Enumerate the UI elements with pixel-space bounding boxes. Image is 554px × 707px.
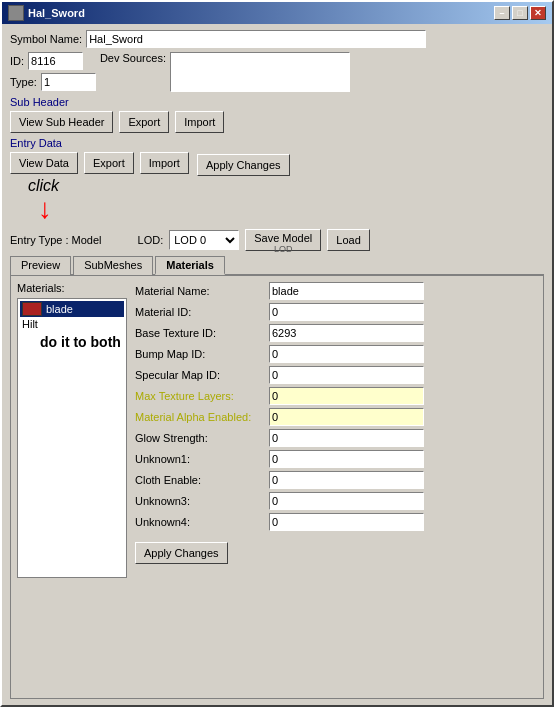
tab-materials[interactable]: Materials [155, 256, 225, 275]
tab-content-materials: Materials: blade Hilt do it to both [10, 276, 544, 699]
material-name-row: Material Name: [135, 282, 537, 300]
arrow-icon: ↓ [38, 195, 52, 223]
title-bar-left: Hal_Sword [8, 5, 85, 21]
symbol-name-row: Symbol Name: [10, 30, 544, 48]
unknown3-input[interactable] [269, 492, 424, 510]
sub-header-import-button[interactable]: Import [175, 111, 224, 133]
tab-bar: Preview SubMeshes Materials [10, 255, 544, 276]
sub-header-label: Sub Header [10, 96, 544, 108]
cloth-enable-label: Cloth Enable: [135, 474, 265, 486]
unknown3-label: Unknown3: [135, 495, 265, 507]
lod-annotation: LOD [254, 244, 312, 254]
unknown4-row: Unknown4: [135, 513, 537, 531]
entry-data-export-button[interactable]: Export [84, 152, 134, 174]
material-properties: Material Name: Material ID: Base Texture… [135, 282, 537, 692]
symbol-name-label: Symbol Name: [10, 33, 82, 45]
max-texture-layers-label: Max Texture Layers: [135, 390, 265, 402]
entry-data-section: Entry Data View Data Export Import click… [10, 137, 544, 223]
lod-label: LOD: [138, 234, 164, 246]
material-item-blade[interactable]: blade [20, 301, 124, 317]
unknown4-label: Unknown4: [135, 516, 265, 528]
window-body: Symbol Name: ID: Type: Dev Sources: [2, 24, 552, 705]
dev-sources-input[interactable] [170, 52, 350, 92]
sub-header-section: Sub Header View Sub Header Export Import [10, 96, 544, 133]
bump-map-id-label: Bump Map ID: [135, 348, 265, 360]
specular-map-id-input[interactable] [269, 366, 424, 384]
load-button[interactable]: Load [327, 229, 369, 251]
view-sub-header-button[interactable]: View Sub Header [10, 111, 113, 133]
id-row: ID: [10, 52, 96, 70]
material-id-row: Material ID: [135, 303, 537, 321]
entry-data-content: View Data Export Import click ↓ Apply Ch… [10, 152, 544, 223]
id-input[interactable] [28, 52, 83, 70]
materials-list-section: Materials: blade Hilt do it to both [17, 282, 127, 692]
max-texture-layers-input[interactable] [269, 387, 424, 405]
sub-header-buttons: View Sub Header Export Import [10, 111, 544, 133]
cloth-enable-input[interactable] [269, 471, 424, 489]
window-title: Hal_Sword [28, 7, 85, 19]
id-label: ID: [10, 55, 24, 67]
id-dev-sources-row: ID: Type: Dev Sources: [10, 52, 544, 92]
entry-type-label: Entry Type : Model [10, 234, 102, 246]
lod-select[interactable]: LOD 0 [169, 230, 239, 250]
title-bar: Hal_Sword – □ ✕ [2, 2, 552, 24]
dev-sources-label: Dev Sources: [100, 52, 166, 64]
specular-map-id-row: Specular Map ID: [135, 366, 537, 384]
materials-label: Materials: [17, 282, 127, 294]
unknown1-row: Unknown1: [135, 450, 537, 468]
material-item-hilt-label: Hilt [22, 318, 38, 330]
material-id-label: Material ID: [135, 306, 265, 318]
sword-icon [8, 5, 24, 21]
base-texture-id-row: Base Texture ID: [135, 324, 537, 342]
tab-preview[interactable]: Preview [10, 256, 71, 275]
material-item-blade-label: blade [46, 303, 73, 315]
maximize-button[interactable]: □ [512, 6, 528, 20]
specular-map-id-label: Specular Map ID: [135, 369, 265, 381]
save-model-label: Save Model [254, 232, 312, 244]
entry-data-left: View Data Export Import click ↓ [10, 152, 189, 223]
unknown1-input[interactable] [269, 450, 424, 468]
type-input[interactable] [41, 73, 96, 91]
blade-icon [22, 302, 42, 316]
material-alpha-enabled-label: Material Alpha Enabled: [135, 411, 265, 423]
cloth-enable-row: Cloth Enable: [135, 471, 537, 489]
close-button[interactable]: ✕ [530, 6, 546, 20]
glow-strength-row: Glow Strength: [135, 429, 537, 447]
base-texture-id-label: Base Texture ID: [135, 327, 265, 339]
apply-changes-button-bottom[interactable]: Apply Changes [135, 542, 228, 564]
material-id-input[interactable] [269, 303, 424, 321]
type-label: Type: [10, 76, 37, 88]
bump-map-id-input[interactable] [269, 345, 424, 363]
symbol-name-input[interactable] [86, 30, 426, 48]
main-window: Hal_Sword – □ ✕ Symbol Name: ID: Type: [0, 0, 554, 707]
entry-data-buttons: View Data Export Import [10, 152, 189, 174]
sub-header-export-button[interactable]: Export [119, 111, 169, 133]
material-name-input[interactable] [269, 282, 424, 300]
max-texture-layers-row: Max Texture Layers: [135, 387, 537, 405]
material-alpha-enabled-input[interactable] [269, 408, 424, 426]
entry-data-import-button[interactable]: Import [140, 152, 189, 174]
apply-changes-bottom: Apply Changes [135, 542, 537, 564]
title-buttons: – □ ✕ [494, 6, 546, 20]
base-texture-id-input[interactable] [269, 324, 424, 342]
click-annotation: click ↓ [18, 177, 189, 223]
glow-strength-input[interactable] [269, 429, 424, 447]
apply-changes-button-top[interactable]: Apply Changes [197, 154, 290, 176]
materials-list: blade Hilt do it to both [17, 298, 127, 578]
view-data-button[interactable]: View Data [10, 152, 78, 174]
unknown1-label: Unknown1: [135, 453, 265, 465]
unknown3-row: Unknown3: [135, 492, 537, 510]
minimize-button[interactable]: – [494, 6, 510, 20]
apply-changes-right: Apply Changes [197, 152, 290, 176]
save-model-button[interactable]: Save Model LOD [245, 229, 321, 251]
do-it-to-both-text: do it to both [40, 334, 121, 350]
material-item-hilt[interactable]: Hilt [20, 317, 124, 331]
material-alpha-enabled-row: Material Alpha Enabled: [135, 408, 537, 426]
tab-sub-meshes[interactable]: SubMeshes [73, 256, 153, 275]
unknown4-input[interactable] [269, 513, 424, 531]
type-row: Type: [10, 73, 96, 91]
dev-sources-group: Dev Sources: [100, 52, 350, 92]
tabs-container: Preview SubMeshes Materials Materials: b… [10, 255, 544, 699]
glow-strength-label: Glow Strength: [135, 432, 265, 444]
entry-type-row: Entry Type : Model LOD: LOD 0 Save Model… [10, 229, 544, 251]
